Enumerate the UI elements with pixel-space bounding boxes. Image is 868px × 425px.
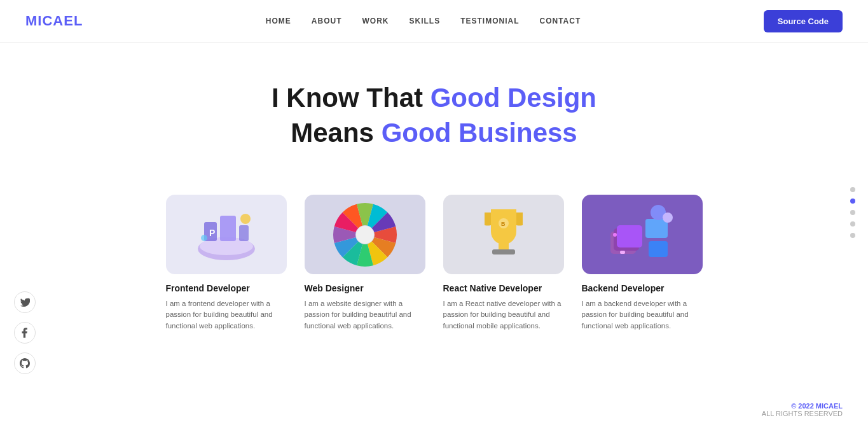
card-image-backend <box>582 195 703 274</box>
twitter-icon[interactable] <box>14 291 36 313</box>
svg-rect-15 <box>617 225 642 247</box>
card-desc-backend: I am a backend developer with a passion … <box>582 298 703 331</box>
footer-rights: ALL RIGHTS RESERVED <box>762 410 843 417</box>
page-dot-0[interactable] <box>850 187 855 192</box>
nav-item-work[interactable]: WORK <box>362 17 389 25</box>
cards-section: P Frontend DeveloperI am a frontend deve… <box>0 176 868 351</box>
svg-rect-10 <box>492 249 515 254</box>
svg-point-21 <box>613 233 617 237</box>
logo-text-1: MIC <box>25 13 53 29</box>
svg-rect-17 <box>649 241 668 257</box>
header: MICAEL HOMEABOUTWORKSKILLSTESTIMONIALCON… <box>0 0 868 43</box>
card-title-frontend: Frontend Developer <box>166 283 250 293</box>
page-dot-4[interactable] <box>850 233 855 238</box>
svg-point-8 <box>356 226 374 244</box>
svg-rect-4 <box>239 225 249 241</box>
github-icon[interactable] <box>14 352 36 374</box>
svg-point-19 <box>663 212 673 223</box>
svg-text:P: P <box>209 228 215 238</box>
nav-item-skills[interactable]: SKILLS <box>410 17 441 25</box>
card-title-webdesigner: Web Designer <box>305 283 364 293</box>
svg-rect-9 <box>499 238 509 249</box>
svg-rect-3 <box>220 216 236 241</box>
svg-text:B: B <box>501 221 506 227</box>
svg-point-6 <box>240 214 251 224</box>
nav-item-home[interactable]: HOME <box>266 17 291 25</box>
card-backend: Backend DeveloperI am a backend develope… <box>582 195 703 331</box>
page-dot-3[interactable] <box>850 221 855 226</box>
nav-item-about[interactable]: ABOUT <box>312 17 342 25</box>
card-frontend: P Frontend DeveloperI am a frontend deve… <box>166 195 287 331</box>
footer-copyright: © 2022 MICAEL <box>762 402 843 410</box>
card-image-webdesigner <box>305 195 425 274</box>
page-dot-2[interactable] <box>850 210 855 215</box>
svg-rect-16 <box>645 219 668 238</box>
nav-item-testimonial[interactable]: TESTIMONIAL <box>460 17 519 25</box>
card-desc-webdesigner: I am a website designer with a passion f… <box>305 298 425 331</box>
page-dot-1[interactable] <box>850 199 855 204</box>
card-title-backend: Backend Developer <box>582 283 665 293</box>
nav: HOMEABOUTWORKSKILLSTESTIMONIALCONTACT <box>266 17 581 25</box>
footer: © 2022 MICAEL ALL RIGHTS RESERVED <box>762 394 843 425</box>
card-desc-reactnative: I am a React native developer with a pas… <box>443 298 564 331</box>
card-webdesigner: Web DesignerI am a website designer with… <box>305 195 425 331</box>
hero-line1-accent: Good Design <box>431 83 596 113</box>
card-title-reactnative: React Native Developer <box>443 283 542 293</box>
hero-heading: I Know That Good Design Means Good Busin… <box>13 81 855 150</box>
card-image-frontend: P <box>166 195 287 274</box>
hero-line2-accent: Good Business <box>382 118 577 148</box>
facebook-icon[interactable] <box>14 322 36 344</box>
hero-line1-plain: I Know That <box>272 83 431 113</box>
logo-text-2: AEL <box>53 13 83 29</box>
logo[interactable]: MICAEL <box>25 13 83 29</box>
social-links <box>14 291 36 374</box>
hero-line2-plain: Means <box>291 118 381 148</box>
svg-point-7 <box>201 235 207 241</box>
nav-item-contact[interactable]: CONTACT <box>540 17 581 25</box>
page-dots <box>850 187 855 238</box>
hero-section: I Know That Good Design Means Good Busin… <box>0 43 868 176</box>
card-desc-frontend: I am a frontend developer with a passion… <box>166 298 287 331</box>
footer-brand: MICAEL <box>816 402 843 410</box>
card-image-reactnative: B <box>443 195 564 274</box>
card-reactnative: B React Native DeveloperI am a React nat… <box>443 195 564 331</box>
svg-rect-20 <box>620 251 625 254</box>
source-code-button[interactable]: Source Code <box>764 10 843 32</box>
